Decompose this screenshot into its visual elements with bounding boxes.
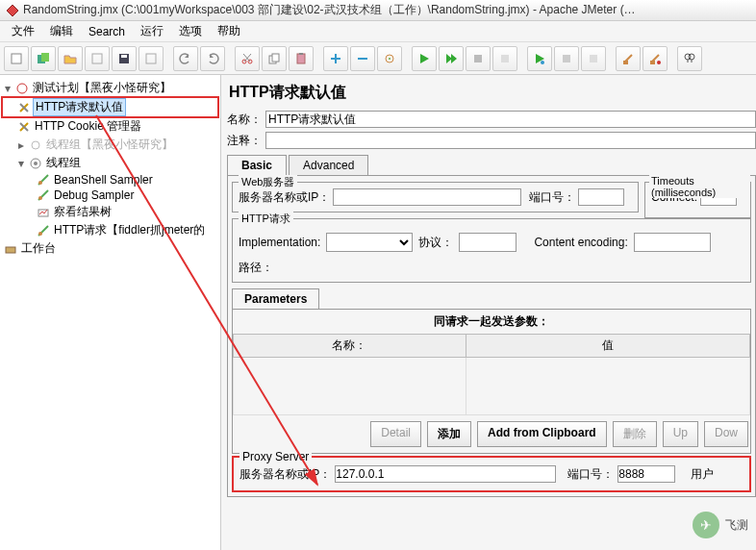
table-row [234, 358, 750, 415]
http-legend: HTTP请求 [239, 212, 293, 226]
svg-rect-3 [92, 54, 102, 63]
tab-basic[interactable]: Basic [227, 155, 287, 175]
server-input[interactable] [333, 188, 521, 206]
remote-stop-button[interactable] [554, 46, 579, 71]
impl-select[interactable] [326, 233, 413, 252]
proxy-port-label: 端口号： [567, 466, 614, 483]
svg-point-17 [541, 61, 544, 64]
tree-label: 线程组 [44, 155, 83, 171]
tree-threadgroup-disabled[interactable]: ▸ 线程组【黑夜小怪研究】 [2, 136, 218, 154]
tree-workbench[interactable]: 工作台 [2, 239, 218, 258]
menu-bar: 文件 编辑 Search 运行 选项 帮助 [0, 21, 756, 42]
tree-label: HTTP请求【fiddler抓jmeter的 [52, 222, 207, 238]
menu-file[interactable]: 文件 [4, 21, 42, 41]
stop-button[interactable] [466, 46, 491, 71]
svg-rect-20 [623, 61, 628, 64]
sampler-icon [37, 188, 50, 202]
shutdown-button[interactable] [492, 46, 517, 71]
toggle-button[interactable] [377, 46, 402, 71]
close-button[interactable] [85, 46, 110, 71]
svg-rect-16 [501, 55, 509, 62]
undo-button[interactable] [173, 46, 198, 71]
svg-point-14 [389, 58, 391, 60]
svg-rect-21 [650, 61, 655, 64]
paste-button[interactable] [289, 46, 314, 71]
proxy-host-input[interactable] [335, 465, 556, 483]
name-input[interactable] [265, 111, 756, 128]
expand-icon[interactable]: ▸ [15, 138, 27, 152]
menu-edit[interactable]: 编辑 [42, 21, 81, 41]
comment-input[interactable] [265, 132, 756, 149]
new-button[interactable] [4, 46, 29, 71]
workbench-icon [4, 242, 17, 256]
enc-input[interactable] [634, 233, 711, 252]
svg-rect-18 [563, 55, 570, 62]
tree-http-defaults[interactable]: HTTP请求默认值 [2, 97, 218, 117]
proxy-host-label: 服务器名称或IP： [239, 466, 331, 483]
config-tabs: Basic Advanced [227, 155, 756, 175]
test-plan-tree[interactable]: ▾ 测试计划【黑夜小怪研究】 HTTP请求默认值 HTTP Cookie 管理器… [0, 75, 221, 550]
port-input[interactable] [578, 188, 624, 206]
tab-advanced[interactable]: Advanced [289, 155, 368, 175]
svg-point-29 [38, 181, 42, 185]
svg-point-30 [38, 196, 42, 200]
tree-cookie-mgr[interactable]: HTTP Cookie 管理器 [2, 117, 218, 136]
run-button[interactable] [412, 46, 437, 71]
toolbar [0, 42, 756, 75]
save-button[interactable] [112, 46, 137, 71]
clear-button[interactable] [616, 46, 641, 71]
delete-button[interactable]: 删除 [613, 421, 657, 447]
watermark: ✈ 飞测 [693, 512, 748, 538]
search-button[interactable] [677, 46, 702, 71]
proto-input[interactable] [459, 233, 517, 252]
open-button[interactable] [58, 46, 83, 71]
tree-label: HTTP Cookie 管理器 [33, 118, 143, 135]
tree-root[interactable]: ▾ 测试计划【黑夜小怪研究】 [2, 79, 218, 97]
threadgroup-icon [29, 138, 42, 152]
watermark-icon: ✈ [693, 512, 719, 538]
tree-view-results[interactable]: 察看结果树 [2, 203, 218, 221]
copy-button[interactable] [262, 46, 287, 71]
tree-threadgroup[interactable]: ▾ 线程组 [2, 154, 218, 172]
tree-beanshell[interactable]: BeanShell Sampler [2, 172, 218, 188]
menu-help[interactable]: 帮助 [210, 21, 248, 41]
remote-start-button[interactable] [527, 46, 552, 71]
enc-label: Content encoding: [534, 236, 627, 249]
expand-icon[interactable]: ▾ [15, 157, 27, 170]
comment-label: 注释： [227, 133, 265, 149]
impl-label: Implementation: [239, 236, 320, 249]
tree-label: 察看结果树 [52, 204, 113, 220]
expand-button[interactable] [323, 46, 348, 71]
proxy-user-label: 用户 [691, 466, 714, 483]
col-name: 名称： [234, 335, 466, 358]
add-clipboard-button[interactable]: Add from Clipboard [477, 421, 607, 447]
menu-search[interactable]: Search [81, 23, 133, 40]
params-table[interactable]: 名称： 值 [233, 334, 750, 415]
run-nopause-button[interactable] [439, 46, 464, 71]
clear-all-button[interactable] [643, 46, 668, 71]
remote-shutdown-button[interactable] [581, 46, 606, 71]
up-button[interactable]: Up [663, 421, 698, 447]
menu-run[interactable]: 运行 [133, 21, 171, 41]
svg-rect-10 [272, 54, 279, 62]
svg-rect-15 [474, 55, 482, 62]
redo-button[interactable] [200, 46, 225, 71]
tree-http-request[interactable]: HTTP请求【fiddler抓jmeter的 [2, 221, 218, 239]
templates-button[interactable] [31, 46, 56, 71]
add-button[interactable]: 添加 [427, 421, 471, 447]
tree-label: 工作台 [19, 240, 58, 257]
detail-button[interactable]: Detail [370, 421, 421, 447]
tab-parameters[interactable]: Parameters [232, 288, 319, 309]
svg-rect-6 [146, 54, 156, 63]
svg-point-25 [17, 84, 27, 93]
collapse-button[interactable] [350, 46, 375, 71]
panel-title: HTTP请求默认值 [227, 81, 756, 111]
proxy-port-input[interactable] [617, 465, 675, 483]
expand-icon[interactable]: ▾ [2, 82, 13, 95]
menu-options[interactable]: 选项 [171, 21, 210, 41]
saveas-button[interactable] [139, 46, 164, 71]
proxy-server-group: Proxy Server 服务器名称或IP： 端口号： 用户 [232, 456, 751, 492]
cut-button[interactable] [235, 46, 260, 71]
down-button[interactable]: Dow [704, 421, 748, 447]
tree-debug-sampler[interactable]: Debug Sampler [2, 188, 218, 203]
